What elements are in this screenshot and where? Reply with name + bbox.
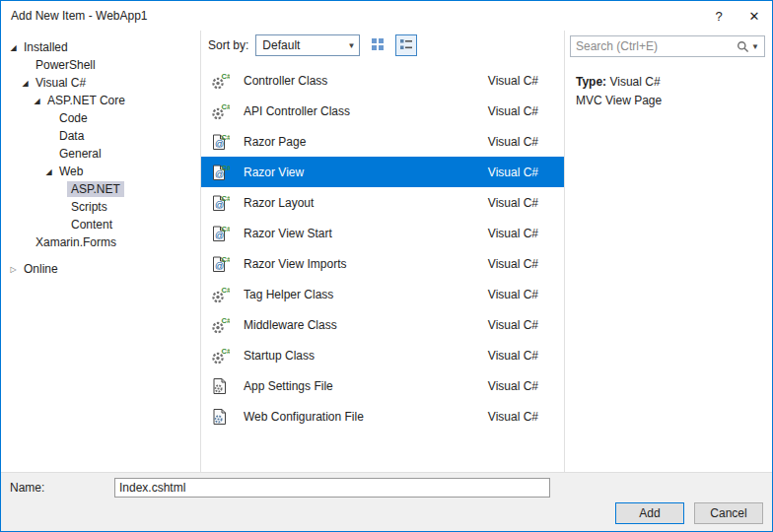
tree-expanded-arrow-icon[interactable]: ◢ <box>31 97 43 105</box>
button-row: Add Cancel <box>10 502 763 524</box>
template-item-language: Visual C# <box>488 166 538 179</box>
template-item-app-settings-file[interactable]: App Settings FileVisual C# <box>201 370 564 401</box>
tree-expanded-arrow-icon[interactable]: ◢ <box>7 43 20 52</box>
tree-item-label: PowerShell <box>32 57 100 73</box>
small-icons-view-icon <box>371 37 385 54</box>
tree-item-general[interactable]: General <box>1 145 200 163</box>
template-item-language: Visual C# <box>488 410 538 424</box>
template-item-api-controller-class[interactable]: C# API Controller ClassVisual C# <box>201 96 564 126</box>
template-item-razor-view[interactable]: @ C# Razor ViewVisual C# <box>201 157 564 187</box>
template-item-razor-view-start[interactable]: @ C# Razor View StartVisual C# <box>201 218 564 248</box>
template-item-middleware-class[interactable]: C# Middleware ClassVisual C# <box>201 309 564 340</box>
add-button[interactable]: Add <box>615 502 684 524</box>
web-config-icon <box>210 407 230 427</box>
template-item-razor-page[interactable]: @ C# Razor PageVisual C# <box>201 126 564 157</box>
svg-text:C#: C# <box>222 193 231 202</box>
template-item-language: Visual C# <box>488 257 538 271</box>
tree-item-label: ASP.NET Core <box>43 93 129 108</box>
name-input[interactable] <box>114 478 550 498</box>
svg-text:C#: C# <box>222 316 231 325</box>
tree-item-web[interactable]: ◢Web <box>1 163 200 180</box>
template-item-language: Visual C# <box>488 104 538 118</box>
window-title: Add New Item - WebApp1 <box>11 9 701 23</box>
template-item-language: Visual C# <box>488 227 538 240</box>
template-type-row: Type: Visual C# <box>576 73 765 92</box>
template-item-controller-class[interactable]: C# Controller ClassVisual C# <box>201 65 564 96</box>
template-item-language: Visual C# <box>488 74 538 88</box>
type-label: Type: <box>576 75 606 89</box>
cancel-button[interactable]: Cancel <box>694 502 763 524</box>
tree-item-asp-net-core[interactable]: ◢ASP.NET Core <box>1 92 200 109</box>
search-chevron-down-icon[interactable]: ▼ <box>749 42 761 51</box>
tree-item-asp-net[interactable]: ASP.NET <box>1 180 200 198</box>
tree-expanded-arrow-icon[interactable]: ◢ <box>19 79 32 88</box>
csharp-class-icon: C# <box>210 101 230 121</box>
svg-text:C#: C# <box>222 224 231 233</box>
template-item-label: Controller Class <box>244 74 488 88</box>
sort-toolbar: Sort by: Default ▼ <box>201 31 564 59</box>
template-item-razor-layout[interactable]: @ C# Razor LayoutVisual C# <box>201 187 564 218</box>
template-item-language: Visual C# <box>488 288 538 301</box>
svg-text:C#: C# <box>222 132 231 141</box>
tree-item-visual-c[interactable]: ◢Visual C# <box>1 74 200 92</box>
template-item-web-configuration-file[interactable]: Web Configuration FileVisual C# <box>201 401 564 432</box>
svg-text:C#: C# <box>222 163 231 171</box>
list-view-icon <box>399 37 413 54</box>
razor-icon: @ C# <box>210 254 230 274</box>
template-item-label: Tag Helper Class <box>244 288 488 301</box>
tree-collapsed-arrow-icon[interactable]: ▷ <box>7 265 20 274</box>
sort-dropdown-value: Default <box>262 38 300 52</box>
sort-dropdown[interactable]: Default ▼ <box>255 34 360 56</box>
template-panel: Sort by: Default ▼ <box>201 31 564 472</box>
template-item-tag-helper-class[interactable]: C# Tag Helper ClassVisual C# <box>201 279 564 309</box>
help-button[interactable]: ? <box>701 1 737 31</box>
template-details: Type: Visual C# MVC View Page <box>570 57 765 110</box>
template-item-razor-view-imports[interactable]: @ C# Razor View ImportsVisual C# <box>201 248 564 279</box>
razor-icon: @ C# <box>210 193 230 213</box>
svg-text:C#: C# <box>222 347 231 356</box>
tree-item-powershell[interactable]: PowerShell <box>1 56 200 74</box>
dialog-content: ◢InstalledPowerShell◢Visual C#◢ASP.NET C… <box>1 31 772 472</box>
list-view-button[interactable] <box>395 34 417 56</box>
app-settings-icon <box>210 376 230 396</box>
tree-item-installed[interactable]: ◢Installed <box>1 38 200 56</box>
close-button[interactable]: ✕ <box>737 1 772 31</box>
csharp-class-icon: C# <box>210 346 230 366</box>
svg-text:C#: C# <box>222 72 231 81</box>
razor-icon: @ C# <box>210 163 230 182</box>
search-input[interactable] <box>571 39 737 53</box>
titlebar: Add New Item - WebApp1 ? ✕ <box>1 1 772 31</box>
tree-item-label: ASP.NET <box>67 181 124 197</box>
razor-icon: @ C# <box>210 132 230 152</box>
tree-item-online[interactable]: ▷Online <box>1 260 200 278</box>
tree-item-content[interactable]: Content <box>1 216 200 233</box>
csharp-class-icon: C# <box>210 71 230 91</box>
template-item-language: Visual C# <box>488 196 538 210</box>
tree-expanded-arrow-icon[interactable]: ◢ <box>42 167 55 176</box>
search-icon[interactable] <box>737 40 749 53</box>
tree-item-label: Scripts <box>67 199 111 215</box>
tree-item-code[interactable]: Code <box>1 109 200 127</box>
template-item-label: Razor Layout <box>244 196 488 210</box>
details-panel: ▼ Type: Visual C# MVC View Page <box>564 31 772 472</box>
tree-item-data[interactable]: Data <box>1 127 200 145</box>
template-item-label: Razor View <box>244 166 488 179</box>
template-list: C# Controller ClassVisual C# C# API Cont… <box>201 59 564 472</box>
tree-item-label: Web <box>55 164 87 179</box>
tree-item-label: Visual C# <box>32 75 90 91</box>
svg-text:C#: C# <box>222 102 231 111</box>
svg-text:C#: C# <box>222 286 231 295</box>
template-item-language: Visual C# <box>488 318 538 332</box>
template-item-startup-class[interactable]: C# Startup ClassVisual C# <box>201 340 564 370</box>
tree-item-scripts[interactable]: Scripts <box>1 198 200 216</box>
tree-item-xamarin-forms[interactable]: Xamarin.Forms <box>1 233 200 251</box>
template-item-label: App Settings File <box>244 379 488 393</box>
template-item-language: Visual C# <box>488 379 538 393</box>
name-row: Name: <box>10 478 763 498</box>
template-item-label: Razor View Start <box>244 227 488 240</box>
template-item-language: Visual C# <box>488 349 538 363</box>
template-item-language: Visual C# <box>488 135 538 149</box>
small-icons-view-button[interactable] <box>367 34 388 56</box>
tree-item-label: Installed <box>20 39 72 55</box>
sort-by-label: Sort by: <box>208 38 248 52</box>
